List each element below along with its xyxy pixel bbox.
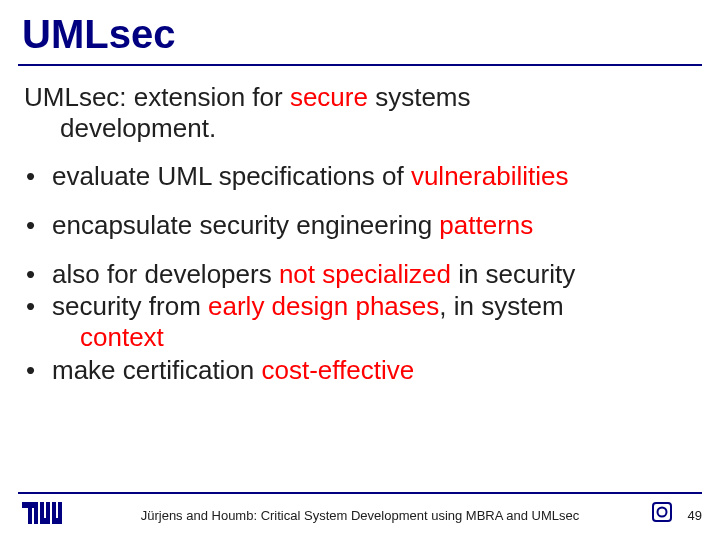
bullet-highlight: vulnerabilities	[411, 161, 569, 191]
footer-text: Jürjens and Houmb: Critical System Devel…	[0, 508, 720, 523]
bullet-pre: encapsulate security engineering	[52, 210, 439, 240]
bullet-group-1: evaluate UML specifications of vulnerabi…	[18, 161, 702, 240]
bullet-highlight: early design phases	[208, 291, 439, 321]
intro-line2: development.	[24, 113, 216, 143]
slide-body: UMLsec: extension for secure systems dev…	[18, 82, 702, 387]
svg-rect-11	[653, 503, 671, 521]
bullet-pre: security from	[52, 291, 208, 321]
bullet-post: , in system	[439, 291, 563, 321]
bullet-highlight: patterns	[439, 210, 533, 240]
intro-mid: systems	[368, 82, 471, 112]
slide: UMLsec UMLsec: extension for secure syst…	[0, 0, 720, 540]
intro-text: UMLsec: extension for secure systems dev…	[18, 82, 702, 143]
intro-highlight: secure	[290, 82, 368, 112]
bullet-item: also for developers not specialized in s…	[24, 259, 702, 290]
bullet-highlight: cost-effective	[262, 355, 415, 385]
bullet-item: encapsulate security engineering pattern…	[24, 210, 702, 241]
page-number: 49	[688, 508, 702, 523]
bullet-pre: evaluate UML specifications of	[52, 161, 411, 191]
footer: Jürjens and Houmb: Critical System Devel…	[0, 498, 720, 534]
slide-title: UMLsec	[22, 12, 175, 57]
footer-divider	[18, 492, 702, 494]
svg-point-12	[658, 508, 667, 517]
bullet-post: in security	[451, 259, 575, 289]
bullet-pre: make certification	[52, 355, 262, 385]
title-divider	[18, 64, 702, 66]
bullet-item: make certification cost-effective	[24, 355, 702, 386]
bullet-continuation: context	[52, 322, 702, 353]
bullet-item: security from early design phases, in sy…	[24, 291, 702, 352]
intro-prefix: UMLsec: extension for	[24, 82, 290, 112]
bullet-cont-highlight: context	[80, 322, 164, 352]
bullet-highlight: not specialized	[279, 259, 451, 289]
bullet-item: evaluate UML specifications of vulnerabi…	[24, 161, 702, 192]
bullet-group-2: also for developers not specialized in s…	[18, 259, 702, 386]
corner-logo-icon	[652, 502, 672, 526]
bullet-pre: also for developers	[52, 259, 279, 289]
